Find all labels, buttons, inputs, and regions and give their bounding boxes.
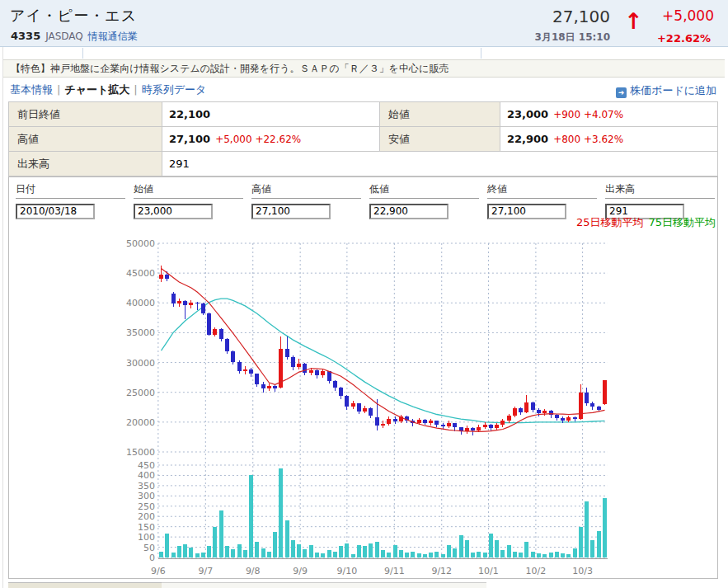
candle-body	[165, 275, 169, 279]
high-input[interactable]	[251, 204, 331, 219]
volume-bar	[477, 552, 481, 557]
open-input[interactable]	[134, 204, 213, 219]
candle-body	[429, 421, 433, 422]
low-input[interactable]	[369, 204, 449, 219]
value-high: 27,100+5,000 +22.62%	[162, 127, 380, 152]
volume-bar	[524, 542, 528, 557]
axis-tick-label: 250	[138, 501, 155, 512]
candle-body	[207, 313, 211, 336]
axis-tick-label: 9/9	[293, 566, 308, 576]
volume-bar	[500, 550, 505, 557]
candle-body	[387, 419, 391, 425]
volume-bar	[345, 543, 349, 557]
stock-code: 4335	[11, 30, 40, 42]
candle-body	[327, 371, 331, 381]
axis-tick-label: 10/3	[572, 566, 593, 576]
field-label: 高値	[251, 182, 361, 199]
next-table-value-sliver	[162, 582, 486, 588]
stock-name: アイ・ピー・エス	[10, 6, 137, 26]
current-price: 27,100	[552, 7, 610, 26]
price-change-percent: +22.62%	[657, 32, 711, 45]
volume-bar	[405, 553, 409, 557]
field-label: 終値	[487, 182, 597, 199]
nav-separator: |	[134, 83, 137, 96]
label-prev-close: 前日終値	[9, 102, 162, 127]
candle-body	[549, 411, 553, 415]
ma75-series	[162, 299, 605, 422]
candle-body	[351, 403, 355, 407]
market-label: JASDAQ	[45, 31, 83, 42]
candle-body	[201, 303, 205, 313]
candle-body	[243, 369, 247, 371]
quote-header: アイ・ピー・エス 4335JASDAQ情報通信業 27,100 3月18日 15…	[0, 0, 728, 47]
chart-gridlines	[158, 243, 608, 559]
close-input[interactable]	[487, 204, 566, 219]
candle-body	[219, 329, 223, 339]
open-value: 23,000	[507, 108, 548, 120]
volume-bar	[297, 544, 301, 557]
low-value: 22,900	[507, 133, 548, 145]
axis-tick-label: 10/2	[526, 566, 547, 576]
field-label: 低値	[369, 182, 479, 199]
candle-body	[249, 369, 253, 374]
nav-chart-zoom[interactable]: チャート拡大	[64, 83, 129, 96]
candle-body	[561, 418, 565, 421]
axis-tick-label: 350	[138, 481, 155, 492]
volume-bar	[561, 553, 565, 557]
volume-bar	[339, 546, 343, 557]
candle-body	[603, 380, 607, 405]
candle-body	[597, 407, 601, 410]
candle-body	[590, 403, 594, 407]
volume-bar	[423, 554, 427, 557]
candle-body	[195, 303, 200, 304]
candle-body	[339, 388, 343, 396]
prev-close-value: 22,100	[169, 108, 210, 120]
nav-basic-info[interactable]: 基本情報	[10, 83, 53, 96]
industry-link[interactable]: 情報通信業	[88, 31, 138, 42]
axis-tick-label: 9/6	[151, 566, 166, 576]
form-col-close: 終値	[487, 182, 597, 219]
axis-tick-label: 450	[138, 460, 155, 471]
high-change: +5,000 +22.62%	[215, 134, 301, 145]
volume-bar	[579, 527, 583, 557]
add-to-price-board-label: 株価ボードに追加	[630, 84, 716, 96]
volume-bar	[387, 553, 391, 557]
add-to-price-board-link[interactable]: ➜株価ボードに追加	[616, 83, 716, 98]
volume-bar	[597, 531, 601, 557]
volume-bar	[369, 543, 373, 557]
volume-bar	[291, 540, 295, 557]
volume-bar	[261, 548, 265, 557]
candle-body	[585, 393, 589, 402]
candle-body	[225, 339, 229, 350]
candle-body	[309, 370, 313, 373]
volume-bar	[489, 534, 493, 557]
label-low: 安値	[380, 127, 500, 152]
volume-bar	[321, 553, 325, 557]
volume-bar	[219, 510, 223, 557]
stock-chart: 5000045000400003500030000250002000015000…	[0, 235, 728, 577]
volume-bar	[441, 554, 445, 557]
volume-bars	[159, 468, 607, 557]
volume-bar	[513, 552, 517, 557]
volume-bar	[537, 553, 541, 557]
volume-bar	[207, 546, 211, 557]
volume-bar	[495, 540, 499, 557]
legend-ma25: 25日移動平均	[576, 216, 644, 228]
quote-summary-table: 前日終値 22,100 始値 23,000+900 +4.07% 高値 27,1…	[8, 101, 718, 176]
date-input[interactable]	[16, 204, 95, 219]
volume-bar	[590, 540, 594, 557]
volume-bar	[309, 545, 313, 557]
candle-body	[434, 421, 439, 424]
candle-body	[255, 374, 259, 383]
volume-bar	[429, 553, 433, 557]
candle-body	[273, 386, 277, 389]
volume-bar	[303, 549, 307, 557]
nav-time-series[interactable]: 時系列データ	[142, 83, 207, 96]
candlesticks	[159, 266, 607, 435]
axis-tick-label: 50	[143, 543, 155, 553]
next-table-label-sliver	[8, 582, 162, 588]
volume-bar	[237, 544, 242, 557]
candle-body	[447, 423, 451, 426]
volume-bar	[183, 544, 187, 557]
candle-body	[519, 408, 523, 412]
